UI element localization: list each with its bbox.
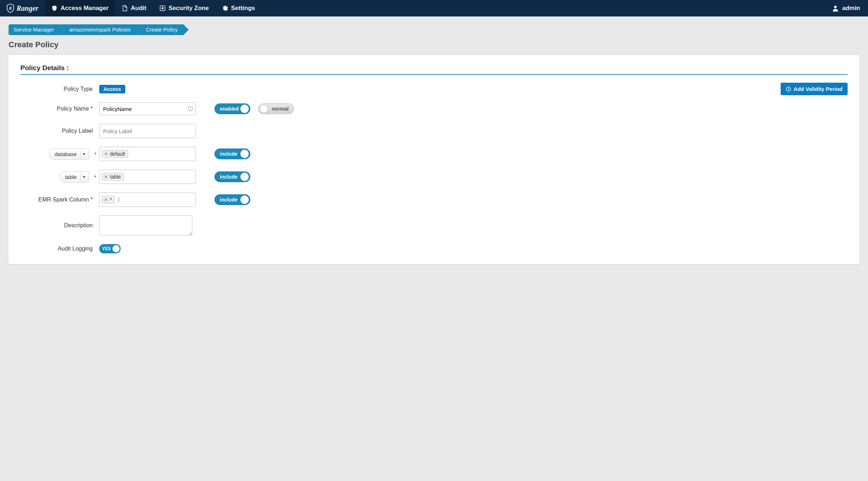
nav-audit[interactable]: Audit (115, 0, 153, 16)
label-policy-label: Policy Label (20, 128, 99, 134)
brand-shield-icon: R (6, 4, 14, 13)
user-menu[interactable]: admin (824, 0, 868, 16)
required-mark: * (94, 151, 96, 157)
svg-point-2 (834, 6, 836, 8)
database-dd-label: database (54, 151, 77, 157)
validity-btn-label: Add Validity Period (794, 86, 843, 92)
brand-text: Ranger (16, 4, 38, 13)
page-title: Create Policy (9, 40, 868, 49)
tag-remove-icon[interactable]: ✕ (104, 174, 108, 179)
row-policy-label: Policy Label (20, 124, 848, 138)
database-resource-dropdown[interactable]: database ▼ (49, 148, 89, 160)
include-label: include (220, 197, 237, 203)
enabled-toggle-label: enabled (220, 106, 239, 112)
gear-icon (222, 5, 228, 11)
table-tag-text: table (110, 174, 121, 180)
toggle-knob (240, 105, 249, 113)
policy-label-input[interactable] (99, 124, 196, 138)
label-emr-column: EMR Spark Column * (20, 196, 99, 203)
table-dd-label: table (65, 174, 77, 180)
policy-type-badge: Access (99, 85, 125, 93)
nav-access-label: Access Manager (61, 5, 108, 12)
label-audit: Audit Logging (20, 246, 99, 252)
include-label: include (220, 151, 237, 157)
database-tag: ✕ default (102, 150, 128, 158)
toggle-knob (240, 195, 249, 204)
user-icon (831, 4, 839, 12)
toggle-knob (112, 245, 120, 252)
brand: R Ranger (0, 0, 45, 16)
nav-security-label: Security Zone (169, 5, 209, 12)
nav-security-zone[interactable]: Security Zone (153, 0, 215, 16)
chevron-down-icon: ▼ (80, 173, 85, 181)
crumb-service-manager[interactable]: Service Manager (9, 24, 60, 35)
table-include-toggle[interactable]: include (214, 171, 250, 182)
table-tag: ✕ table (102, 173, 124, 181)
table-resource-dropdown[interactable]: table ▼ (60, 171, 90, 183)
tag-remove-icon[interactable]: ✕ (104, 197, 108, 202)
audit-toggle[interactable]: YES (99, 244, 121, 253)
policy-panel: Policy Details : Policy Type Access Add … (8, 54, 860, 264)
row-table: table ▼ * ✕ table include (20, 170, 848, 184)
row-database: database ▼ * ✕ default include (20, 147, 848, 161)
policy-name-input[interactable] (99, 102, 196, 115)
row-emr-column: EMR Spark Column * ✕ * | include (20, 193, 848, 207)
tag-remove-icon[interactable]: ✕ (104, 151, 108, 156)
row-policy-type: Policy Type Access Add Validity Period (20, 83, 848, 95)
breadcrumb: Service Manager amazonemrspark Policies … (9, 24, 868, 35)
row-description: Description (20, 215, 848, 235)
chevron-down-icon: ▼ (80, 150, 85, 158)
label-description: Description (20, 222, 99, 229)
label-policy-type: Policy Type (20, 86, 99, 92)
column-tag-text: * (110, 197, 112, 203)
section-title: Policy Details : (20, 64, 848, 72)
clock-icon (786, 86, 791, 92)
required-mark: * (94, 174, 96, 180)
nav-settings-label: Settings (231, 5, 255, 12)
user-name: admin (842, 5, 860, 12)
toggle-knob (260, 105, 268, 113)
column-include-toggle[interactable]: include (214, 194, 250, 205)
column-tag: ✕ * (102, 196, 115, 204)
database-tag-text: default (110, 151, 125, 157)
add-validity-period-button[interactable]: Add Validity Period (781, 83, 848, 95)
info-icon[interactable]: ⓘ (188, 106, 193, 112)
top-nav: R Ranger Access Manager Audit Security Z… (0, 0, 868, 16)
document-icon (121, 5, 128, 11)
database-tag-input[interactable]: ✕ default (99, 147, 196, 161)
database-include-toggle[interactable]: include (214, 149, 250, 159)
row-audit: Audit Logging YES (20, 244, 848, 253)
include-label: include (220, 174, 237, 180)
nav-audit-label: Audit (131, 5, 146, 12)
crumb-service-policies[interactable]: amazonemrspark Policies (60, 24, 136, 35)
nav-settings[interactable]: Settings (215, 0, 261, 16)
description-textarea[interactable] (99, 215, 192, 235)
nav-access-manager[interactable]: Access Manager (45, 0, 115, 16)
shield-icon (51, 5, 58, 11)
table-tag-input[interactable]: ✕ table (99, 170, 196, 184)
toggle-knob (240, 150, 249, 158)
bolt-square-icon (159, 5, 166, 11)
audit-toggle-label: YES (102, 246, 111, 251)
toggle-knob (240, 173, 249, 181)
enabled-toggle[interactable]: enabled (214, 103, 250, 114)
svg-text:R: R (9, 6, 12, 11)
row-policy-name: Policy Name * ⓘ enabled normal (20, 102, 848, 115)
crumb-create-policy[interactable]: Create Policy (136, 24, 183, 35)
override-toggle[interactable]: normal (258, 103, 294, 114)
section-divider (20, 74, 848, 75)
column-tag-input[interactable]: ✕ * | (99, 193, 196, 207)
text-cursor: | (117, 196, 119, 203)
label-policy-name: Policy Name * (20, 106, 99, 112)
override-toggle-label: normal (272, 106, 289, 112)
